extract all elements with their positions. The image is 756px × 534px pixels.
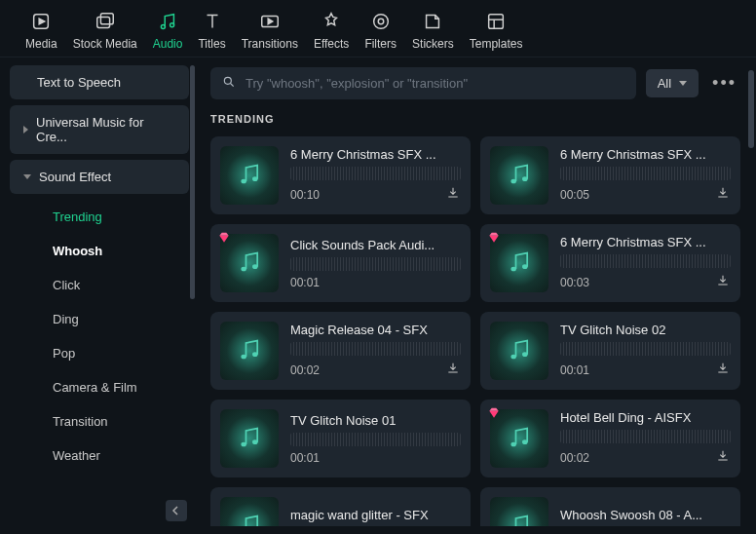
toolbar-label: Stock Media <box>73 37 137 51</box>
audio-thumbnail <box>220 322 279 380</box>
sidebar-item-label: Transition <box>53 414 108 429</box>
search-input[interactable] <box>246 76 624 91</box>
toolbar-templates[interactable]: Templates <box>462 10 531 51</box>
music-note-icon <box>236 336 263 366</box>
svg-point-29 <box>510 441 516 446</box>
music-note-icon <box>506 248 533 279</box>
toolbar-label: Templates <box>470 37 523 51</box>
audio-card[interactable]: 6 Merry Christmas SFX ... 00:10 <box>210 136 471 214</box>
waveform <box>560 167 731 180</box>
toolbar-label: Effects <box>314 37 349 51</box>
toolbar-filters[interactable]: Filters <box>357 10 404 51</box>
sidebar-item-ding[interactable]: Ding <box>10 302 189 336</box>
toolbar-titles[interactable]: Titles <box>190 10 233 51</box>
audio-info: 6 Merry Christmas SFX ... 00:03 <box>560 235 731 291</box>
svg-marker-7 <box>268 19 273 24</box>
search-icon <box>222 75 236 92</box>
toolbar-effects[interactable]: Effects <box>306 10 357 51</box>
filters-icon <box>369 10 393 33</box>
audio-card[interactable]: TV Glitch Noise 01 00:01 <box>210 400 471 477</box>
download-button[interactable] <box>715 448 731 467</box>
audio-info: Hotel Bell Ding - AISFX 00:02 <box>560 410 731 467</box>
svg-point-23 <box>241 354 246 359</box>
sidebar-item-camera-film[interactable]: Camera & Film <box>10 370 189 404</box>
audio-title: TV Glitch Noise 02 <box>560 323 731 337</box>
page-scrollbar[interactable] <box>748 70 754 148</box>
sidebar-group-sound-effect[interactable]: Sound Effect <box>10 160 189 194</box>
svg-point-27 <box>241 441 246 446</box>
download-button[interactable] <box>715 273 731 291</box>
sidebar-group-label: Text to Speech <box>37 75 121 90</box>
toolbar-audio[interactable]: Audio <box>145 10 191 51</box>
svg-point-25 <box>510 354 516 359</box>
section-title: TRENDING <box>210 113 740 125</box>
toolbar-label: Audio <box>153 37 183 51</box>
more-menu-button[interactable]: ••• <box>708 73 740 94</box>
sidebar-item-trending[interactable]: Trending <box>10 200 189 234</box>
main-panel: All ••• TRENDING 6 Merry Christmas SFX .… <box>195 57 756 529</box>
caret-right-icon <box>23 126 28 134</box>
audio-icon <box>156 10 179 33</box>
svg-point-18 <box>522 176 528 181</box>
sidebar-item-weather[interactable]: Weather <box>10 439 189 473</box>
sidebar-item-click[interactable]: Click <box>10 268 189 302</box>
audio-card[interactable]: Click Sounds Pack Audi... 00:01 <box>210 224 471 302</box>
download-button[interactable] <box>445 185 461 204</box>
svg-point-8 <box>373 15 388 29</box>
sidebar-group-universal-music[interactable]: Universal Music for Cre... <box>10 105 189 154</box>
toolbar-label: Media <box>25 37 57 51</box>
sidebar-item-transition[interactable]: Transition <box>10 404 189 439</box>
audio-card[interactable]: magic wand glitter - SFX <box>210 487 471 526</box>
audio-card[interactable]: 6 Merry Christmas SFX ... 00:03 <box>480 224 740 302</box>
audio-info: TV Glitch Noise 01 00:01 <box>290 413 461 465</box>
filter-dropdown[interactable]: All <box>646 69 699 97</box>
sidebar-group-text-to-speech[interactable]: Text to Speech <box>10 65 189 99</box>
waveform <box>290 433 461 446</box>
toolbar-media[interactable]: Media <box>18 10 65 51</box>
audio-title: 6 Merry Christmas SFX ... <box>560 147 731 162</box>
svg-point-9 <box>378 19 384 24</box>
music-note-icon <box>236 424 263 454</box>
toolbar-label: Transitions <box>242 37 298 51</box>
audio-duration: 00:01 <box>290 276 320 289</box>
audio-card[interactable]: Magic Release 04 - SFX 00:02 <box>210 312 471 390</box>
sidebar-group-label: Sound Effect <box>39 170 111 184</box>
download-button[interactable] <box>715 361 731 379</box>
toolbar-stock-media[interactable]: Stock Media <box>65 10 145 51</box>
audio-info: TV Glitch Noise 02 00:01 <box>560 323 731 379</box>
music-note-icon <box>236 248 263 279</box>
svg-point-24 <box>252 352 258 357</box>
audio-thumbnail <box>490 497 548 526</box>
toolbar-label: Stickers <box>412 37 454 51</box>
collapse-sidebar-button[interactable] <box>166 500 187 521</box>
audio-title: Hotel Bell Ding - AISFX <box>560 410 731 425</box>
download-button[interactable] <box>715 185 731 204</box>
svg-rect-3 <box>100 14 113 24</box>
sidebar-item-whoosh[interactable]: Whoosh <box>10 234 189 268</box>
audio-title: 6 Merry Christmas SFX ... <box>290 147 461 162</box>
toolbar-stickers[interactable]: Stickers <box>404 10 462 51</box>
audio-info: 6 Merry Christmas SFX ... 00:05 <box>560 147 731 204</box>
audio-duration: 00:02 <box>290 363 320 377</box>
sidebar-item-label: Whoosh <box>53 244 102 258</box>
audio-duration: 00:01 <box>290 451 320 465</box>
download-button[interactable] <box>445 361 461 379</box>
stickers-icon <box>421 10 444 33</box>
audio-thumbnail <box>490 146 548 205</box>
audio-title: Magic Release 04 - SFX <box>290 323 461 337</box>
audio-card[interactable]: TV Glitch Noise 02 00:01 <box>480 312 740 390</box>
audio-card[interactable]: 6 Merry Christmas SFX ... 00:05 <box>480 136 740 214</box>
toolbar-transitions[interactable]: Transitions <box>234 10 306 51</box>
svg-point-17 <box>510 178 516 183</box>
sidebar-item-label: Ding <box>53 312 79 326</box>
audio-info: Click Sounds Pack Audi... 00:01 <box>290 238 461 289</box>
sidebar-item-pop[interactable]: Pop <box>10 336 189 370</box>
svg-point-30 <box>522 439 528 444</box>
audio-duration: 00:01 <box>560 363 589 377</box>
svg-marker-1 <box>40 19 46 24</box>
audio-card[interactable]: Hotel Bell Ding - AISFX 00:02 <box>480 400 740 477</box>
audio-card[interactable]: Whoosh Swoosh 08 - A... <box>480 487 740 526</box>
sidebar-item-label: Trending <box>53 210 102 224</box>
music-note-icon <box>506 336 533 366</box>
music-note-icon <box>236 161 263 191</box>
